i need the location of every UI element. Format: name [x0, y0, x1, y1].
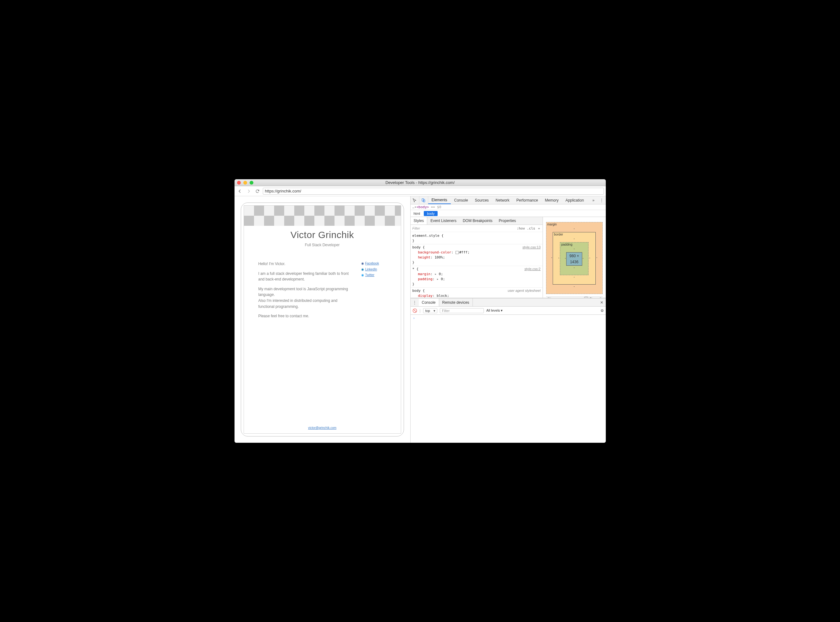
styles-pane: Styles Event Listeners DOM Breakpoints P…	[411, 217, 543, 298]
social-label[interactable]: LinkedIn	[365, 267, 377, 272]
sidebar-panes: Styles Event Listeners DOM Breakpoints P…	[411, 217, 606, 298]
subtab-dom-breakpoints[interactable]: DOM Breakpoints	[460, 217, 496, 224]
page-subtitle: Full Stack Developer	[244, 243, 401, 247]
devtools-window: Developer Tools - https://grinchik.com/ …	[234, 179, 606, 443]
crumb-html[interactable]: html	[411, 211, 423, 216]
paragraph: My main development tool is JavaScript p…	[259, 286, 354, 309]
forward-button[interactable]	[245, 188, 252, 195]
console-settings-icon[interactable]: ⚙	[600, 308, 604, 313]
page-socials: ◉ Facebook ◉ LinkedIn ◉ Twitter	[361, 261, 387, 323]
tab-performance[interactable]: Performance	[513, 196, 542, 204]
url-text: https://grinchik.com/	[265, 189, 301, 194]
subtab-properties[interactable]: Properties	[496, 217, 519, 224]
close-window-button[interactable]	[237, 181, 241, 184]
drawer-tab-console[interactable]: Console	[419, 299, 439, 306]
social-link[interactable]: ◉ Twitter	[361, 273, 387, 277]
boxmodel-pane: margin - - border - - padding - -	[543, 217, 606, 298]
drawer-menu-icon[interactable]: ⋮	[411, 300, 419, 305]
boxmodel-border[interactable]: border - - padding - - 980 × 1436 -	[553, 232, 596, 285]
tab-sources[interactable]: Sources	[472, 196, 492, 204]
main-split: Victor Grinchik Full Stack Developer Hel…	[234, 196, 606, 443]
page-content: Hello! I'm Victor. I am a full stack dev…	[244, 250, 401, 323]
hov-toggle[interactable]: :hov	[517, 226, 525, 230]
window-title: Developer Tools - https://grinchik.com/	[234, 180, 606, 185]
social-link[interactable]: ◉ Facebook	[361, 261, 387, 266]
context-dropdown[interactable]: top	[423, 308, 437, 313]
svg-rect-0	[422, 198, 424, 201]
svg-rect-1	[423, 200, 425, 202]
boxmodel-content[interactable]: 980 × 1436	[566, 252, 583, 266]
tabs-overflow-icon[interactable]: »	[589, 198, 598, 203]
devtools-tabs: Elements Console Sources Network Perform…	[411, 196, 606, 204]
titlebar: Developer Tools - https://grinchik.com/	[234, 179, 606, 186]
boxmodel-padding[interactable]: padding - - 980 × 1436 - -	[560, 242, 589, 275]
boxmodel-margin[interactable]: margin - - border - - padding - -	[546, 222, 603, 294]
devtools-menu-icon[interactable]: ⋮	[598, 198, 606, 203]
social-label[interactable]: Facebook	[365, 261, 379, 266]
maximize-window-button[interactable]	[250, 181, 253, 184]
elements-selected-node[interactable]: …▾ <body> == $0	[411, 204, 606, 210]
tab-elements[interactable]: Elements	[428, 196, 451, 204]
console-toolbar: 🚫 | top Filter All levels ▾ ⚙	[411, 306, 606, 315]
drawer-tabs: ⋮ Console Remote devices ✕	[411, 299, 606, 306]
paragraph: Please feel free to contact me.	[259, 313, 354, 319]
tab-application[interactable]: Application	[562, 196, 587, 204]
console-prompt: ›	[413, 316, 415, 320]
devtools-panel: Elements Console Sources Network Perform…	[411, 196, 606, 443]
device-frame: Victor Grinchik Full Stack Developer Hel…	[241, 203, 404, 436]
tab-console[interactable]: Console	[451, 196, 472, 204]
cls-toggle[interactable]: .cls	[527, 226, 536, 230]
page-footer: victor@grinchik.com	[244, 421, 401, 433]
page-header-pattern	[244, 206, 401, 226]
paragraph: Hello! I'm Victor.	[259, 261, 354, 267]
linkedin-icon: ◉	[361, 267, 364, 272]
clear-console-icon[interactable]: 🚫	[412, 308, 417, 313]
console-filter-input[interactable]: Filter	[440, 308, 484, 313]
page-paragraphs: Hello! I'm Victor. I am a full stack dev…	[259, 261, 354, 323]
url-bar[interactable]: https://grinchik.com/	[263, 188, 604, 195]
social-label[interactable]: Twitter	[365, 273, 374, 277]
inspect-icon[interactable]	[411, 196, 419, 204]
browser-toolbar: https://grinchik.com/	[234, 186, 606, 196]
back-button[interactable]	[236, 188, 243, 195]
log-levels-dropdown[interactable]: All levels ▾	[486, 308, 503, 313]
reload-button[interactable]	[254, 188, 261, 195]
page-hero: Victor Grinchik Full Stack Developer	[244, 226, 401, 250]
styles-filter-row: Filter :hov .cls ＋	[411, 225, 543, 232]
facebook-icon: ◉	[361, 261, 364, 266]
dom-breadcrumbs: html body	[411, 210, 606, 217]
styles-subtabs: Styles Event Listeners DOM Breakpoints P…	[411, 217, 543, 225]
subtab-styles[interactable]: Styles	[411, 217, 428, 224]
traffic-lights	[234, 181, 253, 184]
viewport-panel: Victor Grinchik Full Stack Developer Hel…	[234, 196, 411, 443]
crumb-body[interactable]: body	[424, 211, 438, 216]
tab-network[interactable]: Network	[492, 196, 513, 204]
console-drawer: ⋮ Console Remote devices ✕ 🚫 | top Filte…	[411, 298, 606, 443]
subtab-event-listeners[interactable]: Event Listeners	[427, 217, 460, 224]
social-link[interactable]: ◉ LinkedIn	[361, 267, 387, 272]
twitter-icon: ◉	[361, 273, 364, 277]
drawer-close-icon[interactable]: ✕	[598, 300, 606, 305]
minimize-window-button[interactable]	[243, 181, 247, 184]
vdivider: |	[420, 308, 421, 313]
page-heading: Victor Grinchik	[244, 230, 401, 240]
dom-tag: <body>	[417, 205, 429, 209]
styles-filter-input[interactable]: Filter	[412, 226, 515, 230]
new-rule-button[interactable]: ＋	[537, 226, 541, 231]
device-toggle-icon[interactable]	[419, 196, 428, 204]
css-rules: element.style {}style.css:13body {backgr…	[411, 232, 543, 298]
console-body[interactable]: ›	[411, 315, 606, 443]
paragraph: I am a full stack developer feeling fami…	[259, 271, 354, 282]
tab-memory[interactable]: Memory	[541, 196, 562, 204]
email-link[interactable]: victor@grinchik.com	[308, 426, 336, 430]
drawer-tab-remote-devices[interactable]: Remote devices	[439, 299, 473, 306]
rendered-page[interactable]: Victor Grinchik Full Stack Developer Hel…	[243, 205, 401, 434]
